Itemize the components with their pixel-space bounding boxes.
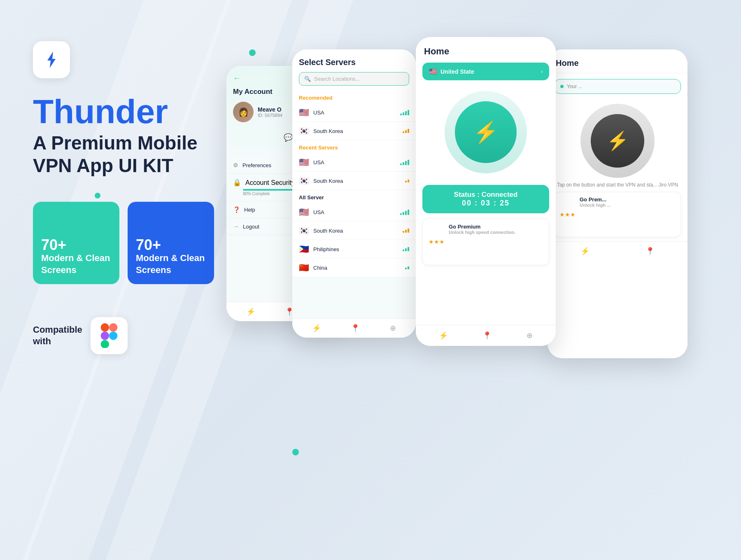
bar2 bbox=[403, 112, 404, 115]
signal-bars-usa bbox=[400, 110, 409, 115]
left-section: Thunder A Premium Mobile VPN App UI KIT … bbox=[33, 41, 235, 354]
phone-servers-card: Select Servers 🔍 Search Locations... Rec… bbox=[292, 49, 416, 338]
help-icon: ❓ bbox=[233, 206, 240, 213]
usa-name: USA bbox=[313, 110, 396, 116]
phone-home-card: Home 🇺🇸 United State › ⚡ Status : Connec… bbox=[416, 37, 556, 346]
premium-title: Go Premium bbox=[449, 224, 516, 230]
app-subtitle: A Premium Mobile VPN App UI KIT bbox=[33, 132, 235, 177]
servers-bottom-nav: ⚡ 📍 ⊕ bbox=[292, 318, 416, 338]
status-box: Status : Connected 00 : 03 : 25 bbox=[422, 185, 549, 213]
premium2-subtitle: Unlock high ... bbox=[580, 203, 611, 208]
location-flag: 🇺🇸 bbox=[429, 68, 437, 75]
page-content: Thunder A Premium Mobile VPN App UI KIT … bbox=[0, 0, 741, 560]
nav-settings[interactable]: ⊕ bbox=[390, 324, 396, 333]
vpn-outer-ring2[interactable]: ⚡ bbox=[580, 104, 655, 178]
timer-text: 00 : 03 : 25 bbox=[431, 199, 541, 208]
logout-label: Logout bbox=[243, 224, 259, 230]
server-row-kr-recent[interactable]: 🇰🇷 South Korea bbox=[292, 172, 416, 190]
server-row-ph-all[interactable]: 🇵🇭 Philiphines bbox=[292, 240, 416, 259]
svg-point-4 bbox=[109, 332, 117, 340]
home-nav-bolt[interactable]: ⚡ bbox=[439, 331, 448, 340]
home-nav-location[interactable]: 📍 bbox=[482, 331, 492, 340]
vpn-inner-ring: ⚡ bbox=[455, 101, 517, 163]
your-location-bar[interactable]: Your ... bbox=[554, 79, 681, 94]
feature-card-green-desc: Modern & Clean Screens bbox=[41, 252, 111, 276]
kr-name: South Korea bbox=[313, 128, 398, 134]
svg-rect-5 bbox=[100, 340, 109, 348]
search-icon: 🔍 bbox=[304, 76, 311, 82]
svg-rect-1 bbox=[100, 323, 109, 331]
servers-header: Select Servers 🔍 Search Locations... bbox=[292, 49, 416, 91]
bar3 bbox=[405, 111, 407, 115]
signal-bars-kr bbox=[403, 129, 409, 133]
location-dot bbox=[560, 85, 564, 88]
nav-bolt[interactable]: ⚡ bbox=[312, 324, 321, 333]
server-row-cn-all[interactable]: 🇨🇳 China bbox=[292, 259, 416, 277]
search-bar[interactable]: 🔍 Search Locations... bbox=[299, 72, 409, 86]
home-header: Home bbox=[416, 37, 556, 63]
premium-bar2[interactable]: ★★★ Go Prem... Unlock high ... bbox=[554, 192, 681, 237]
location-arrow: › bbox=[541, 69, 543, 75]
preferences-label: Preferences bbox=[242, 162, 271, 168]
user-avatar: 👩 bbox=[233, 102, 254, 122]
vpn-outer-ring[interactable]: ⚡ bbox=[445, 91, 527, 173]
app-title: Thunder bbox=[33, 95, 235, 128]
svg-marker-0 bbox=[47, 51, 56, 68]
svg-rect-2 bbox=[109, 323, 117, 331]
bar4 bbox=[408, 110, 409, 115]
figma-logo bbox=[100, 323, 119, 348]
figma-icon bbox=[91, 317, 128, 354]
preferences-icon: ⚙ bbox=[233, 162, 238, 168]
your-location-text: Your ... bbox=[567, 84, 583, 89]
phone-home2-card: Home Your ... ⚡ Tap on the button and st… bbox=[548, 49, 687, 358]
user-id: ID: 5675894 bbox=[258, 113, 282, 118]
compatible-section: Compatiblewith bbox=[33, 317, 235, 354]
nav-bolt-icon[interactable]: ⚡ bbox=[246, 307, 255, 316]
user-name: Meave O bbox=[258, 106, 282, 113]
servers-title: Select Servers bbox=[299, 58, 409, 67]
phones-area: ← My Account 👩 Meave O ID: 5675894 💬 bbox=[226, 25, 741, 560]
vpn-circle-area: ⚡ bbox=[416, 87, 556, 180]
home-nav-settings[interactable]: ⊕ bbox=[527, 331, 533, 340]
nav-location[interactable]: 📍 bbox=[351, 324, 360, 333]
location-country: United State bbox=[440, 68, 538, 75]
server-row-usa-recent[interactable]: 🇺🇸 USA bbox=[292, 153, 416, 172]
home2-bottom-nav: ⚡ 📍 bbox=[548, 241, 687, 261]
home-screen: Home 🇺🇸 United State › ⚡ Status : Connec… bbox=[416, 37, 556, 346]
bar3 bbox=[408, 129, 409, 133]
all-server-label: All Server bbox=[292, 190, 416, 203]
security-label: Account Security bbox=[245, 179, 295, 187]
server-row-kr-rec[interactable]: 🇰🇷 South Korea bbox=[292, 122, 416, 140]
status-text: Status : Connected bbox=[431, 191, 541, 199]
vpn-bolt2: ⚡ bbox=[606, 130, 629, 152]
user-info: Meave O ID: 5675894 bbox=[258, 106, 282, 118]
logout-icon: → bbox=[233, 223, 239, 230]
premium-bar[interactable]: ★★★ Go Premium Unlock high speed connect… bbox=[422, 218, 549, 265]
premium2-title: Go Prem... bbox=[580, 196, 611, 203]
kr-flag: 🇰🇷 bbox=[299, 126, 309, 136]
home2-nav-bolt[interactable]: ⚡ bbox=[580, 247, 590, 256]
bar1 bbox=[403, 131, 404, 133]
premium-subtitle: Unlock high speed connection. bbox=[449, 230, 516, 235]
premium-text: Go Premium Unlock high speed connection. bbox=[449, 224, 516, 260]
feature-card-blue: 70+ Modern & Clean Screens bbox=[128, 202, 214, 284]
svg-rect-3 bbox=[100, 332, 109, 340]
home2-header: Home bbox=[548, 49, 687, 73]
location-bar[interactable]: 🇺🇸 United State › bbox=[422, 63, 549, 80]
server-row-usa-rec[interactable]: 🇺🇸 USA bbox=[292, 103, 416, 122]
feature-cards: 70+ Modern & Clean Screens 70+ Modern & … bbox=[33, 202, 235, 284]
usa-flag: 🇺🇸 bbox=[299, 107, 309, 117]
search-placeholder: Search Locations... bbox=[314, 76, 360, 82]
home2-nav-location[interactable]: 📍 bbox=[645, 247, 655, 256]
server-row-usa-all[interactable]: 🇺🇸 USA bbox=[292, 203, 416, 222]
stars2-icon: ★★★ bbox=[559, 211, 576, 218]
security-icon: 🔒 bbox=[233, 179, 241, 187]
stars-icon: ★★★ bbox=[429, 238, 445, 245]
recent-label: Recent Servers bbox=[292, 140, 416, 153]
vpn-bolt-icon: ⚡ bbox=[473, 120, 499, 144]
server-row-kr-all[interactable]: 🇰🇷 South Korea bbox=[292, 222, 416, 240]
bar1 bbox=[400, 114, 402, 115]
feature-card-green-number: 70+ bbox=[41, 238, 111, 252]
bolt-icon bbox=[42, 50, 61, 70]
home-bottom-nav: ⚡ 📍 ⊕ bbox=[416, 325, 556, 346]
